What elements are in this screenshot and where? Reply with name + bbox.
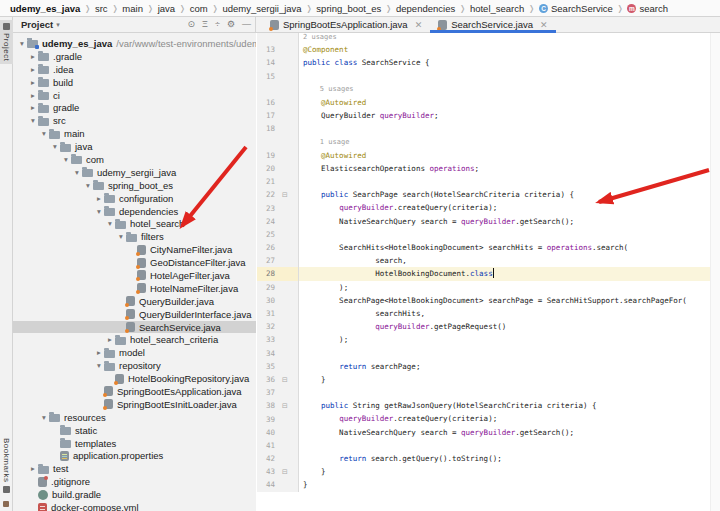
editor-gutter[interactable]: 27	[257, 254, 299, 267]
tree-item-src[interactable]: ▾src	[13, 114, 256, 127]
tree-item-main[interactable]: ▾main	[13, 127, 256, 140]
chevron-right-icon[interactable]: ▸	[94, 194, 104, 203]
tree-item-spring-boot-es[interactable]: ▾spring_boot_es	[13, 179, 256, 192]
editor-gutter[interactable]: 13	[257, 43, 299, 56]
chevron-right-icon[interactable]: ▸	[28, 65, 38, 74]
editor-gutter[interactable]: 24	[257, 215, 299, 228]
breadcrumb-item-dependencies[interactable]: dependencies	[396, 3, 455, 14]
editor-gutter[interactable]: 36⊟	[257, 373, 299, 386]
tree-item-application-properties[interactable]: application.properties	[13, 450, 256, 463]
code-line-44[interactable]: 44}	[257, 478, 720, 491]
code-line-28[interactable]: 28 HotelBookingDocument.class	[257, 267, 720, 280]
editor-gutter[interactable]: 42	[257, 452, 299, 465]
code-line-33[interactable]: 33 );	[257, 333, 720, 346]
editor-gutter[interactable]: 30	[257, 294, 299, 307]
hide-panel-icon[interactable]: —	[242, 20, 251, 29]
tree-item-docker-compose-yml[interactable]: docker-compose.yml	[13, 501, 256, 511]
chevron-right-icon[interactable]: ▸	[28, 52, 38, 61]
editor-gutter[interactable]: 31	[257, 307, 299, 320]
tree-item-gradle[interactable]: ▸.gradle	[13, 50, 256, 63]
code-line-35[interactable]: 35 return searchPage;	[257, 360, 720, 373]
code-line-17[interactable]: 17 QueryBuilder queryBuilder;	[257, 109, 720, 122]
code-line-41[interactable]: 41	[257, 439, 720, 452]
inlay-hint-row[interactable]: 5 usages	[257, 83, 720, 96]
editor-gutter[interactable]: 15	[257, 70, 299, 83]
code-line-23[interactable]: 23 queryBuilder.createQuery(criteria);	[257, 201, 720, 214]
tree-item-build-gradle[interactable]: build.gradle	[13, 488, 256, 501]
chevron-down-icon[interactable]: ▾	[28, 116, 38, 125]
chevron-down-icon[interactable]: ▾	[61, 155, 71, 164]
editor-gutter[interactable]	[257, 136, 299, 149]
editor-gutter[interactable]: 19	[257, 149, 299, 162]
code-line-15[interactable]: 15	[257, 70, 720, 83]
tree-item-udemy-es-java[interactable]: ▾udemy_es_java/var/www/test-environments…	[13, 37, 256, 50]
code-editor[interactable]: 2 usages13@Component14public class Searc…	[257, 33, 720, 511]
tree-item-java[interactable]: ▾java	[13, 140, 256, 153]
code-line-18[interactable]: 18	[257, 122, 720, 135]
editor-gutter[interactable]: 20	[257, 162, 299, 175]
chevron-down-icon[interactable]: ▾	[83, 181, 93, 190]
editor-gutter[interactable]	[257, 83, 299, 96]
inlay-hint-row[interactable]: 2 usages	[257, 33, 720, 43]
tree-item-springbootesapplication-java[interactable]: SpringBootEsApplication.java	[13, 385, 256, 398]
editor-tab-springbootesapplication-java[interactable]: SpringBootEsApplication.java✕	[262, 17, 430, 32]
tree-item-citynamefilter-java[interactable]: CityNameFilter.java	[13, 243, 256, 256]
chevron-right-icon[interactable]: ▸	[28, 464, 38, 473]
code-line-21[interactable]: 21	[257, 175, 720, 188]
fold-marker-icon[interactable]: ⊟	[275, 468, 295, 475]
tree-item-idea[interactable]: ▸.idea	[13, 63, 256, 76]
tree-item-querybuilder-java[interactable]: QueryBuilder.java	[13, 295, 256, 308]
code-line-38[interactable]: 38⊟ public String getRawJsonQuery(HotelS…	[257, 399, 720, 412]
tree-item-templates[interactable]: templates	[13, 437, 256, 450]
tree-item-springbootesinitloader-java[interactable]: SpringBootEsInitLoader.java	[13, 398, 256, 411]
code-line-25[interactable]: 25	[257, 228, 720, 241]
editor-gutter[interactable]: 21	[257, 175, 299, 188]
breadcrumb-item-src[interactable]: src	[95, 3, 108, 14]
usages-inlay-hint[interactable]: 1 usage	[303, 138, 349, 146]
code-line-29[interactable]: 29 );	[257, 281, 720, 294]
chevron-right-icon[interactable]: ▸	[94, 348, 104, 357]
chevron-down-icon[interactable]: ▾	[72, 168, 82, 177]
tree-item-udemy-sergii-java[interactable]: ▾udemy_sergii_java	[13, 166, 256, 179]
editor-scrollbar[interactable]	[710, 33, 720, 511]
code-line-36[interactable]: 36⊟ }	[257, 373, 720, 386]
editor-gutter[interactable]: 39	[257, 412, 299, 425]
project-panel-title-dropdown[interactable]: Project ▾	[21, 19, 60, 30]
chevron-down-icon[interactable]: ▾	[39, 129, 49, 138]
breadcrumb-item-java[interactable]: java	[158, 3, 175, 14]
usages-inlay-hint[interactable]: 2 usages	[303, 33, 337, 41]
editor-gutter[interactable]: 38⊟	[257, 399, 299, 412]
chevron-down-icon[interactable]: ▾	[17, 39, 27, 48]
tree-item-static[interactable]: static	[13, 424, 256, 437]
code-line-32[interactable]: 32 queryBuilder.getPageRequest()	[257, 320, 720, 333]
code-line-20[interactable]: 20 ElasticsearchOperations operations;	[257, 162, 720, 175]
breadcrumb-item-udemy-sergii-java[interactable]: udemy_sergii_java	[222, 3, 301, 14]
chevron-down-icon[interactable]: ▾	[39, 413, 49, 422]
tree-item-gradle[interactable]: ▸gradle	[13, 101, 256, 114]
editor-gutter[interactable]: 16	[257, 96, 299, 109]
tree-item-model[interactable]: ▸model	[13, 346, 256, 359]
editor-gutter[interactable]: 33	[257, 333, 299, 346]
settings-gear-icon[interactable]: ⚙	[227, 20, 235, 29]
editor-tab-searchservice-java[interactable]: SearchService.java✕	[430, 17, 555, 32]
inlay-hint-row[interactable]: 1 usage	[257, 136, 720, 149]
editor-gutter[interactable]: 41	[257, 439, 299, 452]
close-tab-icon[interactable]: ✕	[540, 20, 548, 30]
tree-item-test[interactable]: ▸test	[13, 462, 256, 475]
chevron-down-icon[interactable]: ▾	[116, 232, 126, 241]
chevron-right-icon[interactable]: ▸	[105, 335, 115, 344]
editor-gutter[interactable]: 14	[257, 56, 299, 69]
breadcrumb-item-com[interactable]: com	[190, 3, 208, 14]
chevron-down-icon[interactable]: ▾	[94, 207, 104, 216]
code-line-43[interactable]: 43⊟ }	[257, 465, 720, 478]
code-line-16[interactable]: 16 @Autowired	[257, 96, 720, 109]
chevron-right-icon[interactable]: ▸	[28, 78, 38, 87]
editor-gutter[interactable]: 34	[257, 347, 299, 360]
code-line-34[interactable]: 34	[257, 347, 720, 360]
fold-marker-icon[interactable]: ⊟	[275, 191, 295, 198]
usages-inlay-hint[interactable]: 5 usages	[303, 85, 354, 93]
code-line-24[interactable]: 24 NativeSearchQuery search = queryBuild…	[257, 215, 720, 228]
editor-gutter[interactable]: 26	[257, 241, 299, 254]
locate-icon[interactable]: ⊙	[188, 20, 196, 29]
tree-item-build[interactable]: ▸build	[13, 76, 256, 89]
